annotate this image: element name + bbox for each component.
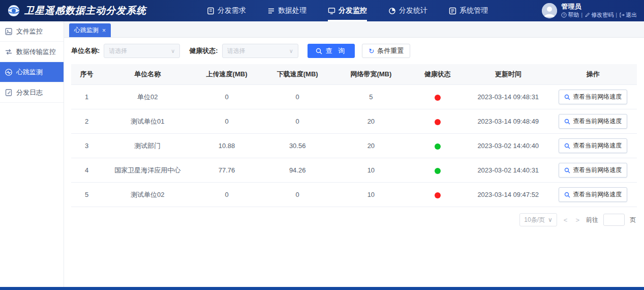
user-box: 管理员 ? 帮助 | 修改密码 | bbox=[535, 3, 637, 18]
heartbeat-table: 序号 单位名称 上传速度(MB) 下载速度(MB) 网络带宽(MB) 健康状态 … bbox=[71, 64, 637, 207]
prev-page-button[interactable]: < bbox=[562, 216, 569, 224]
health-status-dot bbox=[435, 168, 441, 174]
reset-button[interactable]: ↻ 条件重置 bbox=[362, 44, 410, 58]
table-row: 4国家卫星海洋应用中心77.7694.26102023-03-02 14:40:… bbox=[71, 158, 637, 183]
transfer-icon bbox=[5, 48, 13, 56]
cell-index: 5 bbox=[71, 183, 102, 207]
cell-upload-speed: 0 bbox=[193, 183, 261, 207]
search-icon bbox=[564, 94, 570, 100]
cell-health-status bbox=[408, 158, 467, 183]
cell-actions: 查看当前网络速度 bbox=[549, 85, 637, 109]
query-button[interactable]: 查 询 bbox=[308, 44, 355, 58]
logout-icon bbox=[619, 12, 625, 18]
col-health-status: 健康状态 bbox=[408, 64, 467, 85]
next-page-button[interactable]: > bbox=[574, 216, 581, 224]
search-icon bbox=[564, 143, 570, 149]
goto-label: 前往 bbox=[586, 216, 598, 224]
sidebar-item-label: 文件监控 bbox=[16, 27, 43, 36]
cell-health-status bbox=[408, 134, 467, 158]
cell-updated-time: 2023-03-14 09:47:52 bbox=[467, 183, 549, 207]
health-status-dot bbox=[435, 119, 441, 125]
search-icon bbox=[564, 167, 570, 173]
col-download-speed: 下载速度(MB) bbox=[261, 64, 334, 85]
nav-item-distribution-monitoring[interactable]: 分发监控 bbox=[328, 0, 367, 21]
cell-download-speed: 0 bbox=[261, 183, 334, 207]
cell-download-speed: 0 bbox=[261, 109, 334, 134]
select-placeholder: 请选择 bbox=[109, 47, 127, 55]
cell-bandwidth: 5 bbox=[334, 85, 408, 109]
list-icon bbox=[267, 7, 275, 15]
cell-actions: 查看当前网络速度 bbox=[549, 183, 637, 207]
cell-index: 3 bbox=[71, 134, 102, 158]
change-password-link[interactable]: 修改密码 bbox=[585, 11, 614, 18]
separator: | bbox=[581, 11, 582, 18]
heartbeat-table-wrap: 序号 单位名称 上传速度(MB) 下载速度(MB) 网络带宽(MB) 健康状态 … bbox=[64, 64, 644, 207]
goto-page-input[interactable] bbox=[603, 214, 625, 226]
nav-item-system-management[interactable]: 系统管理 bbox=[449, 0, 488, 21]
health-status-dot bbox=[435, 192, 441, 198]
help-link[interactable]: ? 帮助 bbox=[561, 11, 579, 18]
pie-chart-icon bbox=[388, 7, 396, 15]
cell-actions: 查看当前网络速度 bbox=[549, 158, 637, 183]
unit-name-select[interactable]: 请选择 ∨ bbox=[104, 44, 180, 58]
view-network-speed-button[interactable]: 查看当前网络速度 bbox=[559, 90, 627, 104]
logo-icon bbox=[7, 4, 20, 17]
col-updated-time: 更新时间 bbox=[467, 64, 549, 85]
nav-item-distribution-demand[interactable]: 分发需求 bbox=[207, 0, 246, 21]
chevron-down-icon: ∨ bbox=[289, 48, 293, 54]
cell-updated-time: 2023-03-14 09:48:31 bbox=[467, 85, 549, 109]
sidebar-item-file-monitoring[interactable]: 文件监控 bbox=[0, 21, 64, 42]
nav-label: 分发统计 bbox=[399, 6, 427, 15]
view-network-speed-button[interactable]: 查看当前网络速度 bbox=[559, 187, 627, 202]
refresh-icon: ↻ bbox=[369, 47, 374, 55]
col-upload-speed: 上传速度(MB) bbox=[193, 64, 261, 85]
col-index: 序号 bbox=[71, 64, 102, 85]
health-status-select[interactable]: 请选择 ∨ bbox=[222, 44, 298, 58]
sidebar: 文件监控 数据传输监控 心跳监测 分发日志 bbox=[0, 21, 64, 287]
sidebar-item-data-transfer-monitoring[interactable]: 数据传输监控 bbox=[0, 42, 64, 62]
page-size-select[interactable]: 10条/页 ∨ bbox=[519, 213, 557, 226]
cell-bandwidth: 10 bbox=[334, 183, 408, 207]
cell-index: 1 bbox=[71, 85, 102, 109]
avatar[interactable] bbox=[542, 3, 557, 18]
cell-download-speed: 0 bbox=[261, 85, 334, 109]
nav-label: 分发需求 bbox=[218, 6, 246, 15]
help-icon: ? bbox=[561, 12, 567, 18]
close-icon[interactable]: × bbox=[102, 27, 106, 34]
settings-icon bbox=[449, 7, 456, 15]
chevron-down-icon: ∨ bbox=[171, 48, 175, 54]
sidebar-item-label: 分发日志 bbox=[16, 88, 43, 97]
cell-unit-name: 单位02 bbox=[102, 85, 193, 109]
view-network-speed-button[interactable]: 查看当前网络速度 bbox=[559, 114, 627, 129]
nav-label: 系统管理 bbox=[459, 6, 488, 15]
nav-item-data-processing[interactable]: 数据处理 bbox=[267, 0, 306, 21]
select-placeholder: 请选择 bbox=[227, 47, 246, 55]
svg-text:?: ? bbox=[563, 13, 565, 17]
cell-index: 2 bbox=[71, 109, 102, 134]
top-navigation: 分发需求 数据处理 分发监控 分发统计 系统管理 bbox=[160, 0, 535, 21]
sidebar-item-distribution-log[interactable]: 分发日志 bbox=[0, 82, 64, 103]
nav-item-distribution-statistics[interactable]: 分发统计 bbox=[388, 0, 427, 21]
chevron-down-icon: ∨ bbox=[548, 216, 553, 223]
unit-name-label: 单位名称: bbox=[71, 46, 100, 55]
cell-bandwidth: 20 bbox=[334, 109, 408, 134]
cell-bandwidth: 10 bbox=[334, 158, 408, 183]
cell-upload-speed: 10.88 bbox=[193, 134, 261, 158]
cell-unit-name: 测试单位01 bbox=[102, 109, 193, 134]
search-icon bbox=[564, 119, 570, 125]
cell-unit-name: 测试单位02 bbox=[102, 183, 193, 207]
table-header-row: 序号 单位名称 上传速度(MB) 下载速度(MB) 网络带宽(MB) 健康状态 … bbox=[71, 64, 637, 85]
col-bandwidth: 网络带宽(MB) bbox=[334, 64, 408, 85]
cell-actions: 查看当前网络速度 bbox=[549, 109, 637, 134]
view-network-speed-button[interactable]: 查看当前网络速度 bbox=[559, 163, 627, 178]
sidebar-item-heartbeat-monitoring[interactable]: 心跳监测 bbox=[0, 62, 64, 82]
cell-index: 4 bbox=[71, 158, 102, 183]
logout-link[interactable]: 退出 bbox=[619, 11, 637, 18]
sidebar-item-label: 数据传输监控 bbox=[16, 47, 56, 56]
cell-upload-speed: 0 bbox=[193, 85, 261, 109]
view-network-speed-button[interactable]: 查看当前网络速度 bbox=[559, 138, 627, 153]
table-row: 3测试部门10.8830.56202023-03-02 14:40:40查看当前… bbox=[71, 134, 637, 158]
col-unit-name: 单位名称 bbox=[102, 64, 193, 85]
tab-heartbeat-monitoring[interactable]: 心跳监测 × bbox=[69, 23, 111, 37]
user-role: 管理员 bbox=[561, 3, 637, 11]
